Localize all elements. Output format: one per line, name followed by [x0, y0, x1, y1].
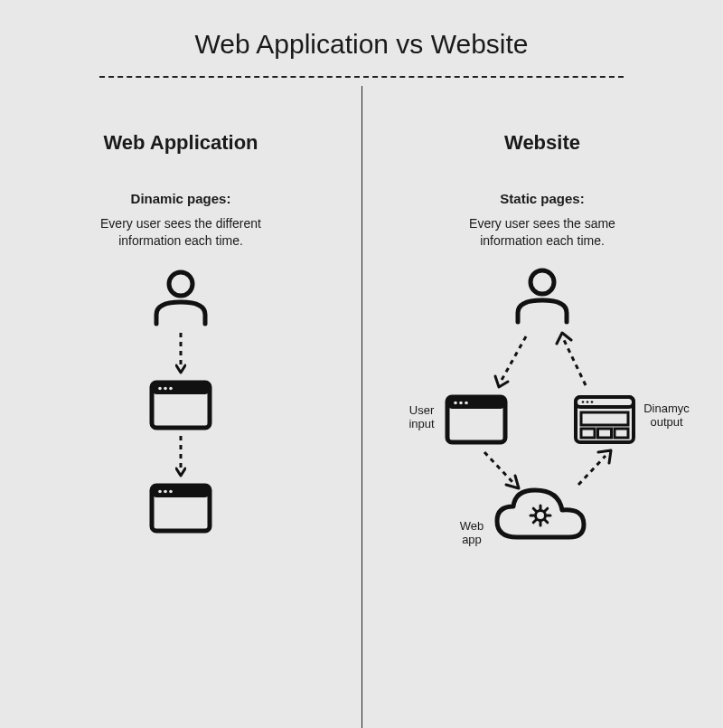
heading-website: Website	[380, 131, 705, 155]
user-icon	[149, 268, 212, 327]
heading-web-application: Web Application	[18, 131, 343, 155]
wireframe-window-icon	[573, 394, 636, 445]
browser-window-icon	[149, 380, 212, 430]
svg-line-26	[564, 340, 586, 385]
svg-line-25	[501, 336, 526, 382]
description-website: Every user sees the same information eac…	[438, 215, 646, 250]
label-web-app: Web app	[454, 519, 490, 547]
subheading-static-pages: Static pages:	[380, 191, 705, 206]
page-title: Web Application vs Website	[0, 0, 723, 60]
arrow-diagonal-icon	[553, 331, 598, 394]
arrow-diagonal-icon	[477, 447, 527, 496]
browser-window-icon	[149, 483, 212, 534]
description-web-application: Every user sees the different informatio…	[77, 215, 285, 250]
svg-line-27	[484, 452, 513, 483]
arrow-down-icon	[175, 434, 186, 479]
arrow-diagonal-icon	[490, 331, 535, 394]
arrow-down-icon	[175, 331, 186, 376]
column-web-application: Web Application Dinamic pages: Every use…	[0, 104, 362, 564]
user-icon	[511, 266, 574, 326]
label-user-input: User input	[401, 403, 442, 431]
arrow-diagonal-icon	[569, 447, 619, 496]
label-dynamic-output: Dinamyc output	[642, 402, 691, 430]
website-flow-diagram: User input Dinamyc output Web app	[407, 266, 678, 564]
subheading-dynamic-pages: Dinamic pages:	[18, 191, 343, 206]
browser-window-icon	[445, 394, 508, 445]
svg-line-28	[578, 456, 606, 485]
column-website: Website Static pages: Every user sees th…	[362, 104, 723, 564]
divider-horizontal	[99, 76, 624, 78]
